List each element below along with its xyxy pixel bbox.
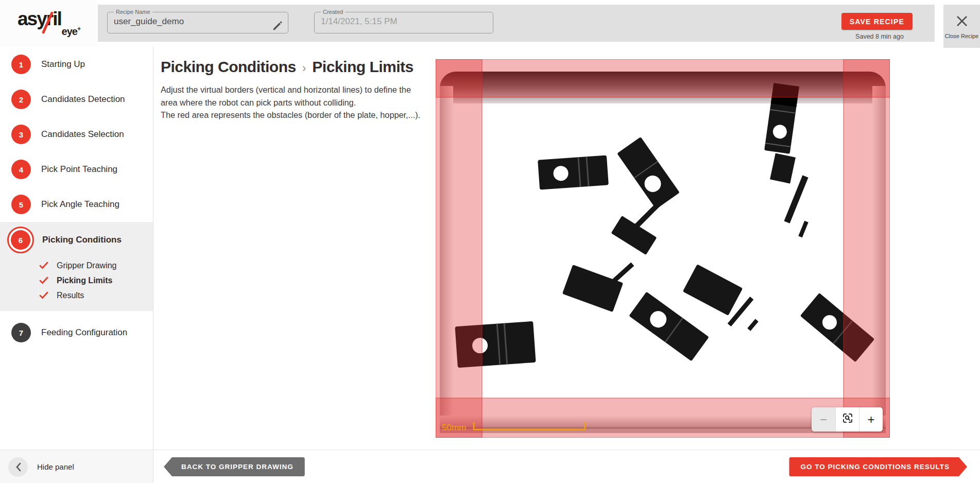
- sidebar-subitem-gripper-drawing[interactable]: Gripper Drawing: [0, 258, 153, 273]
- sidebar-item-picking-conditions[interactable]: 6Picking Conditions: [0, 222, 153, 258]
- sidebar-item-label: Feeding Configuration: [41, 327, 127, 338]
- recipe-name-field[interactable]: Recipe Name user_guide_demo: [107, 9, 288, 33]
- sidebar-subitem-label: Gripper Drawing: [57, 261, 116, 270]
- created-label: Created: [321, 9, 345, 15]
- back-to-gripper-drawing-button[interactable]: BACK TO GRIPPER DRAWING: [164, 457, 305, 476]
- hide-panel-button[interactable]: Hide panel: [0, 450, 153, 483]
- sidebar-item-label: Pick Angle Teaching: [41, 199, 119, 210]
- description-line-2: The red area represents the obstacles (b…: [161, 109, 422, 122]
- brand-logo: asyril eye+: [0, 0, 98, 47]
- scale-label: 50mm: [442, 423, 466, 433]
- pencil-icon: [271, 26, 283, 33]
- sidebar-item-pick-angle-teaching[interactable]: 5Pick Angle Teaching: [0, 187, 153, 222]
- sidebar-item-candidates-detection[interactable]: 2Candidates Detection: [0, 82, 153, 117]
- page-description: Adjust the virtual borders (vertical and…: [161, 83, 422, 122]
- go-to-picking-conditions-results-button[interactable]: GO TO PICKING CONDITIONS RESULTS: [789, 457, 967, 476]
- sidebar-subitem-results[interactable]: Results: [0, 288, 153, 303]
- sidebar-steps: 1Starting Up2Candidates Detection3Candid…: [0, 47, 153, 350]
- zoom-out-button[interactable]: −: [812, 407, 835, 432]
- hide-panel-label: Hide panel: [37, 462, 74, 471]
- created-value: 1/14/2021, 5:15 PM: [321, 15, 487, 28]
- sidebar-item-starting-up[interactable]: 1Starting Up: [0, 47, 153, 82]
- sidebar-item-feeding-configuration[interactable]: 7Feeding Configuration: [0, 315, 153, 350]
- recipe-name-value[interactable]: user_guide_demo: [114, 15, 282, 28]
- page-title: Picking Conditions›Picking Limits: [161, 58, 414, 76]
- description-line-1: Adjust the virtual borders (vertical and…: [161, 83, 422, 109]
- saved-status: Saved 8 min ago: [847, 33, 913, 40]
- check-icon: [39, 277, 53, 284]
- step-ring: 6: [7, 227, 34, 253]
- close-icon: [955, 14, 969, 30]
- step-number-badge: 2: [11, 90, 31, 109]
- sidebar-item-label: Candidates Detection: [41, 94, 125, 105]
- chevron-right-icon: ›: [302, 61, 306, 75]
- camera-image[interactable]: 50mm: [436, 59, 890, 438]
- chevron-left-icon: [8, 457, 28, 477]
- brand-sub-plus: +: [77, 25, 80, 32]
- sidebar-item-pick-point-teaching[interactable]: 4Pick Point Teaching: [0, 152, 153, 187]
- created-field: Created 1/14/2021, 5:15 PM: [314, 9, 493, 33]
- brand-sub: eye: [62, 25, 77, 37]
- camera-viewer[interactable]: 50mm − +: [436, 59, 890, 438]
- step-number-badge: 7: [11, 323, 31, 342]
- recipe-name-label: Recipe Name: [114, 9, 152, 15]
- sidebar-item-candidates-selection[interactable]: 3Candidates Selection: [0, 117, 153, 152]
- check-icon: [39, 262, 53, 269]
- close-recipe-button[interactable]: Close Recipe: [943, 5, 980, 48]
- bottom-action-bar: Hide panel BACK TO GRIPPER DRAWING GO TO…: [0, 450, 980, 483]
- sidebar-item-label: Picking Conditions: [42, 235, 122, 245]
- step-number-badge: 1: [11, 55, 31, 74]
- sidebar-subitem-picking-limits[interactable]: Picking Limits: [0, 273, 153, 288]
- step-number-badge: 3: [11, 125, 31, 144]
- sidebar-subitem-label: Picking Limits: [57, 276, 112, 285]
- zoom-fit-icon: [841, 412, 854, 427]
- header-bar: asyril eye+ Recipe Name user_guide_demo …: [0, 0, 980, 47]
- recipe-header-panel: Recipe Name user_guide_demo Created 1/14…: [98, 5, 935, 42]
- check-icon: [39, 291, 53, 299]
- sidebar-item-label: Pick Point Teaching: [41, 164, 117, 175]
- sidebar-item-label: Candidates Selection: [41, 129, 124, 140]
- zoom-in-button[interactable]: +: [859, 407, 883, 432]
- sidebar-item-label: Starting Up: [41, 59, 85, 70]
- steps-sidebar: 1Starting Up2Candidates Detection3Candid…: [0, 47, 153, 450]
- breadcrumb-current: Picking Limits: [312, 58, 413, 75]
- active-step-section: 6Picking ConditionsGripper DrawingPickin…: [0, 222, 153, 311]
- plate-background: [436, 59, 890, 438]
- step-number-badge: 6: [11, 230, 30, 250]
- sidebar-subitem-label: Results: [57, 291, 84, 300]
- step-number-badge: 5: [11, 195, 31, 214]
- save-recipe-button[interactable]: SAVE RECIPE: [841, 13, 913, 30]
- breadcrumb-parent: Picking Conditions: [161, 58, 296, 75]
- edit-recipe-name-button[interactable]: [270, 20, 284, 33]
- step-number-badge: 4: [11, 160, 31, 179]
- zoom-fit-button[interactable]: [835, 407, 859, 432]
- zoom-controls: − +: [812, 407, 883, 432]
- close-recipe-label: Close Recipe: [945, 33, 978, 39]
